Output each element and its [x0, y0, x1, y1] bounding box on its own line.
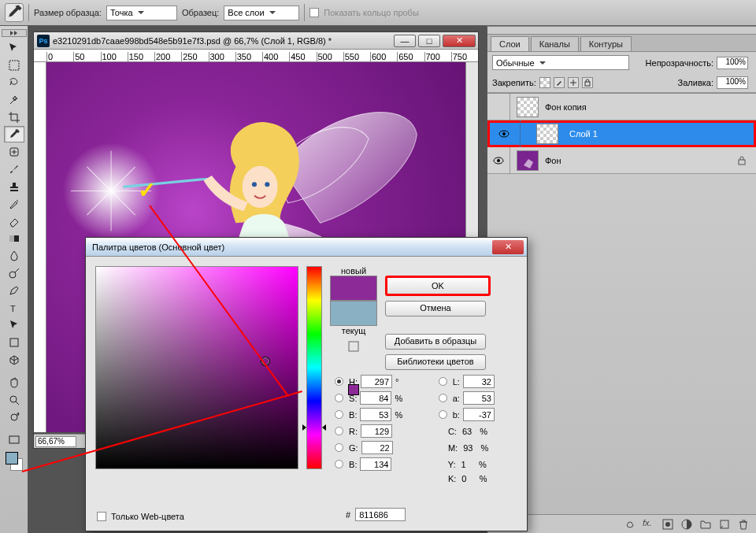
tab-channels[interactable]: Каналы — [531, 36, 579, 51]
tab-layers[interactable]: Слои — [491, 36, 529, 51]
fg-color-swatch[interactable] — [6, 452, 18, 465]
eraser-tool[interactable] — [4, 213, 24, 229]
layer-name[interactable]: Фон копия — [545, 102, 587, 112]
wand-tool[interactable] — [4, 91, 24, 108]
bb-input[interactable] — [360, 457, 391, 471]
layer-thumbnail[interactable] — [517, 97, 539, 117]
radio-b[interactable] — [335, 410, 343, 419]
lock-pixels-icon[interactable] — [554, 77, 565, 88]
layer-row[interactable]: Фон — [487, 147, 756, 174]
ruler-vertical[interactable] — [34, 62, 46, 432]
marquee-tool[interactable] — [4, 57, 24, 73]
link-icon[interactable] — [624, 518, 636, 531]
hand-tool[interactable] — [4, 374, 24, 390]
new-layer-icon[interactable] — [718, 518, 731, 531]
pen-tool[interactable] — [4, 282, 24, 298]
show-ring-checkbox[interactable] — [309, 8, 319, 17]
dodge-tool[interactable] — [4, 265, 24, 281]
lock-transparent-icon[interactable] — [539, 77, 550, 88]
s-input[interactable] — [360, 391, 391, 405]
eyedropper-tool-icon[interactable] — [5, 3, 24, 22]
document-titlebar[interactable]: Ps e3210291db7caae998bd548e5b91e7f3.psd … — [34, 32, 478, 50]
svg-text:T: T — [10, 304, 16, 313]
ok-button[interactable]: OK — [385, 276, 491, 296]
radio-a[interactable] — [439, 394, 447, 402]
lock-all-icon[interactable] — [582, 77, 593, 88]
hue-pointer[interactable] — [322, 424, 326, 431]
type-tool[interactable]: T — [4, 299, 24, 316]
radio-bl[interactable] — [439, 410, 447, 419]
bl-input[interactable] — [463, 408, 495, 421]
move-tool[interactable] — [4, 39, 24, 56]
dialog-close[interactable]: ✕ — [492, 240, 524, 254]
window-minimize[interactable]: — — [394, 35, 416, 47]
cancel-button[interactable]: Отмена — [385, 301, 486, 316]
layer-name[interactable]: Слой 1 — [569, 129, 598, 139]
a-input[interactable] — [463, 391, 495, 405]
crop-tool[interactable] — [4, 109, 24, 125]
eyedropper-tool[interactable] — [4, 126, 24, 143]
color-swatches[interactable] — [4, 450, 24, 472]
rotate-tool[interactable] — [4, 409, 24, 425]
brush-tool[interactable] — [4, 161, 24, 177]
3d-tool[interactable] — [4, 351, 24, 368]
radio-s[interactable] — [335, 394, 343, 402]
panel-collapse[interactable] — [487, 27, 756, 35]
layer-thumbnail[interactable] — [517, 150, 539, 171]
visibility-toggle[interactable] — [487, 157, 510, 165]
radio-l[interactable] — [439, 377, 447, 386]
lasso-tool[interactable] — [4, 74, 24, 91]
path-select-tool[interactable] — [4, 316, 24, 333]
blur-tool[interactable] — [4, 247, 24, 264]
ruler-horizontal[interactable]: 0501001502002503003504004505005506006507… — [34, 50, 478, 62]
blend-mode-select[interactable]: Обычные — [492, 55, 629, 70]
lock-position-icon[interactable] — [568, 77, 579, 88]
trash-icon[interactable] — [737, 518, 750, 531]
layer-thumbnail[interactable] — [536, 124, 558, 144]
radio-g[interactable] — [335, 443, 343, 452]
gradient-tool[interactable] — [4, 230, 24, 246]
mask-icon[interactable] — [662, 518, 674, 531]
gamut-warning-icon[interactable] — [347, 340, 360, 353]
sample-size-select[interactable]: Точка — [106, 6, 177, 20]
web-only-checkbox[interactable] — [97, 512, 106, 521]
g-input[interactable] — [361, 441, 393, 454]
dialog-titlebar[interactable]: Палитра цветов (Основной цвет) ✕ — [86, 238, 527, 257]
fx-icon[interactable]: fx. — [643, 518, 655, 531]
heal-tool[interactable] — [4, 143, 24, 160]
web-only-row: Только Web-цвета — [97, 512, 184, 521]
current-color-swatch[interactable] — [330, 301, 377, 326]
shape-tool[interactable] — [4, 334, 24, 350]
zoom-field[interactable]: 66,67% — [35, 436, 76, 447]
stamp-tool[interactable] — [4, 178, 24, 194]
visibility-toggle[interactable] — [493, 130, 515, 138]
toolbar-collapse[interactable] — [2, 29, 27, 37]
adjustment-icon[interactable] — [680, 518, 693, 531]
layer-row[interactable]: Фон копия — [487, 94, 756, 120]
history-brush-tool[interactable] — [4, 195, 24, 212]
opacity-input[interactable]: 100% — [717, 57, 748, 69]
bv-input[interactable] — [360, 408, 391, 421]
add-swatch-button[interactable]: Добавить в образцы — [385, 334, 486, 350]
fill-input[interactable]: 100% — [717, 76, 748, 89]
tab-paths[interactable]: Контуры — [580, 36, 632, 51]
hex-input[interactable] — [355, 508, 406, 521]
l-input[interactable] — [463, 375, 495, 388]
window-maximize[interactable]: □ — [418, 35, 440, 47]
folder-icon[interactable] — [699, 518, 712, 531]
radio-bb[interactable] — [335, 460, 343, 468]
radio-h[interactable] — [335, 377, 343, 386]
zoom-tool[interactable] — [4, 391, 24, 408]
svg-point-13 — [265, 182, 269, 187]
sample-source-select[interactable]: Все слои — [224, 6, 299, 20]
radio-r[interactable] — [335, 427, 343, 435]
screen-mode-tool[interactable] — [4, 431, 24, 448]
layer-name[interactable]: Фон — [545, 156, 561, 165]
hue-pointer[interactable] — [302, 424, 306, 431]
window-close[interactable]: ✕ — [443, 35, 476, 47]
hue-slider[interactable] — [306, 266, 322, 469]
h-input[interactable] — [361, 375, 392, 388]
layer-row-selected[interactable]: Слой 1 — [487, 120, 756, 147]
r-input[interactable] — [361, 424, 392, 438]
color-libraries-button[interactable]: Библиотеки цветов — [385, 354, 486, 370]
